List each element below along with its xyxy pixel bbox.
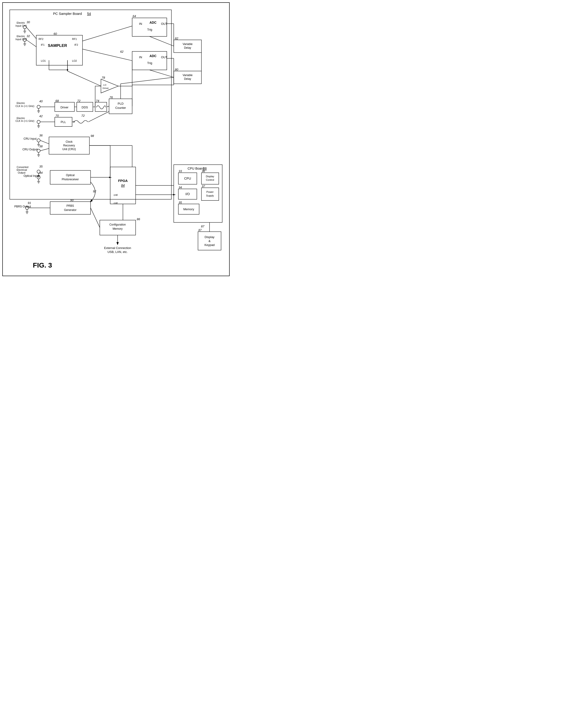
ref72a: 72 (77, 99, 81, 103)
ref35: 35 (39, 165, 43, 168)
svg-line-97 (40, 148, 49, 151)
display-ctrl-label1: Display (206, 175, 214, 178)
prbs-label2: Generator (64, 208, 77, 211)
svg-marker-120 (173, 194, 176, 196)
svg-point-35 (37, 105, 40, 108)
svg-rect-18 (174, 165, 222, 223)
svg-marker-119 (109, 177, 112, 178)
optical-label1: Optical (66, 174, 75, 177)
adc1-in: IN (139, 22, 142, 25)
svg-point-45 (37, 139, 40, 142)
display-keypad-label1: Display (205, 235, 214, 239)
pld-counter-label: PLD (118, 102, 123, 105)
cpu-label: CPU (184, 177, 191, 180)
ref87: 87 (198, 228, 202, 232)
svg-rect-15 (50, 170, 90, 184)
conv-elec-out-label2: Electrical (17, 168, 27, 171)
pll-label: PLL (61, 120, 66, 124)
clk-in-1ghz-label2: CLK In (>1 GHz) (16, 105, 34, 107)
ref93: 93 (179, 170, 182, 173)
display-ctrl-label2: Control (206, 179, 214, 181)
power-supply-label2: Supply (206, 194, 214, 197)
ref62: 62 (120, 50, 123, 53)
ref82: 82 (175, 37, 178, 40)
sampler-if2: IF2 (75, 43, 78, 46)
svg-line-106 (90, 208, 100, 228)
adc2-trig: Trig (147, 61, 152, 65)
pc-sampler-board-title: PC Sampler Board (53, 12, 82, 16)
ref68: 68 (56, 99, 59, 103)
ref72b: 72 (81, 114, 85, 117)
svg-line-80 (149, 37, 174, 46)
sampler-lo2: LO2 (72, 59, 77, 62)
ref36: 36 (39, 134, 43, 137)
config-mem-label1: Configuration (109, 223, 126, 226)
ref94: 94 (179, 186, 182, 189)
cpu-board-label: CPU Board (188, 167, 204, 170)
elec-input-ch2-label2: Input CH2 (16, 38, 27, 41)
pld-counter-label2: Counter (115, 106, 126, 109)
adc1-trig: Trig (147, 28, 152, 31)
adc2-in: IN (139, 56, 142, 59)
sampler-if1: IF1 (41, 43, 44, 46)
adc2-out: OUT (161, 56, 167, 59)
svg-line-93 (88, 111, 109, 122)
cru-label2: Recovery (63, 144, 75, 147)
svg-line-86 (67, 71, 101, 86)
ref64: 64 (133, 14, 136, 18)
svg-line-71 (26, 40, 37, 47)
svg-line-79 (149, 70, 174, 77)
elec-input-ch2-label1: Electric (17, 35, 25, 38)
cntl2-label: cntl (114, 202, 118, 204)
cru-label1: Clock (66, 140, 72, 143)
optical-input-label: Optical Input (24, 174, 39, 178)
sampler-rf1: RF1 (72, 38, 77, 40)
ref90: 90 (70, 198, 74, 202)
svg-marker-108 (117, 242, 119, 245)
svg-line-95 (121, 77, 174, 84)
ref86: 86 (137, 218, 140, 221)
ref38: 38 (39, 145, 43, 148)
svg-line-89 (107, 106, 109, 107)
ref92: 92 (93, 189, 96, 193)
ref40: 40 (39, 100, 43, 103)
display-keypad-label3: Keypad (204, 243, 214, 247)
external-connection-label1: External Connection (104, 246, 131, 250)
fpga-ref: 84 (121, 184, 125, 187)
lo-driver-label2: Driver (103, 87, 109, 89)
variable-delay2-label2: Delay (184, 77, 191, 81)
svg-line-73 (83, 26, 132, 41)
dds-label: DDS (82, 106, 88, 109)
adc1-label: ADC (149, 21, 156, 24)
svg-line-96 (40, 140, 49, 144)
sampler-rf2: RF2 (39, 38, 43, 40)
adc2-label: ADC (149, 54, 156, 58)
fig-label: FIG. 3 (33, 261, 52, 269)
variable-delay1-label2: Delay (184, 46, 191, 49)
ref96: 96 (202, 170, 205, 173)
pc-sampler-board-ref: 54 (87, 12, 91, 16)
config-mem-label2: Memory (112, 227, 123, 230)
variable-delay1-label: Variable (183, 42, 192, 46)
ref87-line: 87 (201, 225, 204, 228)
clk-in-less1ghz-label1: Electric (17, 117, 25, 120)
ref78: 78 (102, 76, 105, 79)
ref95: 95 (179, 201, 182, 204)
clk-in-1ghz-label1: Electric (17, 102, 25, 104)
cru-label3: Unit (CRU) (62, 148, 76, 151)
ref80: 80 (175, 68, 178, 71)
ref97: 97 (202, 185, 205, 188)
svg-rect-9 (95, 102, 107, 111)
elec-input-ch1-label2: Input CH1 (16, 24, 27, 27)
ref34: 34 (39, 171, 42, 175)
cru-input-label: CRU Input (24, 137, 37, 140)
ref30: 30 (27, 20, 30, 24)
ref42: 42 (39, 115, 42, 118)
ref74: 74 (96, 99, 99, 103)
prbs-label1: PRBS (67, 204, 74, 207)
ref60: 60 (54, 32, 57, 36)
driver-label: Driver (61, 106, 69, 109)
cntl1-label: cntl (114, 193, 118, 196)
variable-delay2-label: Variable (183, 74, 192, 77)
ref32: 32 (27, 34, 30, 38)
